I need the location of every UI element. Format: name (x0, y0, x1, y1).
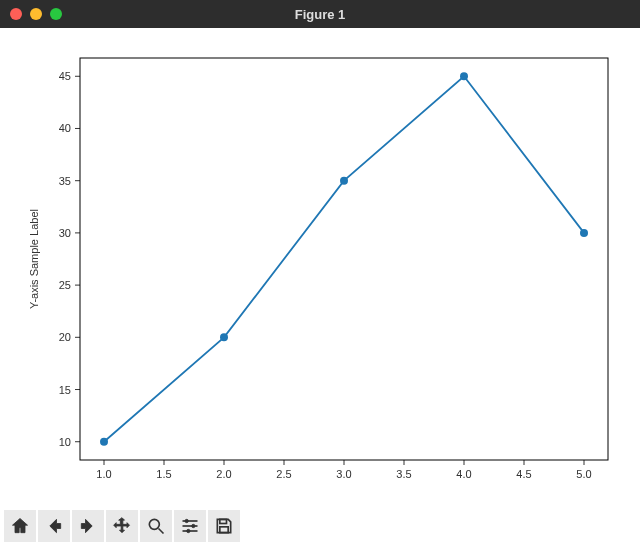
svg-text:Y-axis Sample Label: Y-axis Sample Label (28, 209, 40, 309)
svg-text:20: 20 (59, 331, 71, 343)
forward-button[interactable] (72, 510, 104, 542)
svg-point-37 (220, 333, 228, 341)
window-controls (10, 8, 62, 20)
arrow-left-icon (44, 516, 64, 536)
svg-text:3.0: 3.0 (336, 468, 351, 480)
titlebar: Figure 1 (0, 0, 640, 28)
chart-canvas: 1.01.52.02.53.03.54.04.55.01015202530354… (0, 28, 640, 508)
svg-rect-0 (80, 58, 608, 460)
svg-text:25: 25 (59, 279, 71, 291)
save-icon (214, 516, 234, 536)
close-icon[interactable] (10, 8, 22, 20)
svg-point-38 (340, 177, 348, 185)
zoom-icon (146, 516, 166, 536)
zoom-button[interactable] (140, 510, 172, 542)
minimize-icon[interactable] (30, 8, 42, 20)
svg-text:4.5: 4.5 (516, 468, 531, 480)
svg-text:5.0: 5.0 (576, 468, 591, 480)
svg-point-46 (185, 519, 188, 522)
figure-window: Figure 1 1.01.52.02.53.03.54.04.55.01015… (0, 0, 640, 544)
save-button[interactable] (208, 510, 240, 542)
svg-text:3.5: 3.5 (396, 468, 411, 480)
maximize-icon[interactable] (50, 8, 62, 20)
svg-text:4.0: 4.0 (456, 468, 471, 480)
svg-rect-50 (220, 527, 228, 533)
matplotlib-toolbar (0, 508, 640, 544)
svg-point-48 (187, 529, 190, 532)
svg-text:35: 35 (59, 175, 71, 187)
svg-point-47 (192, 524, 195, 527)
pan-button[interactable] (106, 510, 138, 542)
arrow-right-icon (78, 516, 98, 536)
home-icon (10, 516, 30, 536)
configure-button[interactable] (174, 510, 206, 542)
svg-point-39 (460, 72, 468, 80)
svg-text:15: 15 (59, 384, 71, 396)
svg-point-36 (100, 438, 108, 446)
svg-text:40: 40 (59, 122, 71, 134)
svg-text:30: 30 (59, 227, 71, 239)
svg-point-40 (580, 229, 588, 237)
line-chart: 1.01.52.02.53.03.54.04.55.01015202530354… (0, 28, 640, 508)
window-title: Figure 1 (0, 7, 640, 22)
svg-text:2.0: 2.0 (216, 468, 231, 480)
sliders-icon (180, 516, 200, 536)
svg-line-42 (159, 529, 164, 534)
svg-text:10: 10 (59, 436, 71, 448)
home-button[interactable] (4, 510, 36, 542)
svg-text:1.5: 1.5 (156, 468, 171, 480)
back-button[interactable] (38, 510, 70, 542)
svg-text:45: 45 (59, 70, 71, 82)
svg-text:2.5: 2.5 (276, 468, 291, 480)
svg-rect-49 (220, 519, 227, 523)
svg-point-41 (149, 519, 159, 529)
move-icon (112, 516, 132, 536)
svg-text:1.0: 1.0 (96, 468, 111, 480)
